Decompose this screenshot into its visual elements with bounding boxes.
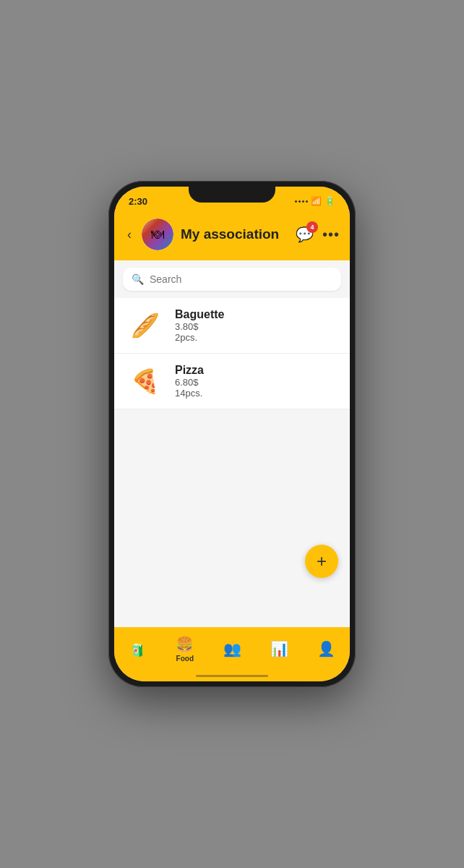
header: ‹ 🍽 My association 💬 4 ••• [114, 213, 350, 260]
home-indicator [114, 672, 350, 681]
wifi-icon: 📶 [311, 196, 322, 206]
members-icon: 👥 [223, 640, 241, 658]
item-qty: 2pcs. [175, 332, 224, 343]
notification-badge: 4 [306, 221, 318, 233]
item-qty: 14pcs. [175, 388, 204, 399]
nav-item-members[interactable]: 👥 [208, 640, 255, 658]
phone-shell: 2:30 📶 🔋 ‹ 🍽 My association � [108, 181, 356, 687]
home-bar [196, 675, 268, 677]
avatar: 🍽 [142, 218, 173, 250]
nav-item-stats[interactable]: 📊 [256, 640, 303, 658]
item-price: 6.80$ [175, 377, 204, 388]
item-image-baguette: 🥖 [126, 311, 165, 340]
nav-item-drinks[interactable]: 🧃 [114, 640, 161, 658]
drinks-icon: 🧃 [129, 640, 147, 658]
item-info-baguette: Baguette 3.80$ 2pcs. [175, 308, 224, 343]
nav-label-food: Food [176, 655, 194, 663]
more-options-button[interactable]: ••• [322, 226, 340, 243]
phone-screen: 2:30 📶 🔋 ‹ 🍽 My association � [114, 187, 350, 681]
notification-button[interactable]: 💬 4 [296, 226, 314, 243]
nav-item-food[interactable]: 🍔 Food [161, 636, 208, 663]
search-icon: 🔍 [132, 273, 144, 285]
battery-icon: 🔋 [325, 196, 335, 206]
item-name: Pizza [175, 364, 204, 377]
nav-item-account[interactable]: 👤 [303, 640, 350, 658]
signal-icon [295, 200, 308, 203]
search-bar[interactable]: 🔍 [123, 268, 341, 291]
notch [189, 187, 275, 203]
add-button[interactable]: + [305, 545, 338, 578]
item-image-pizza: 🍕 [126, 367, 165, 396]
search-input[interactable] [150, 273, 332, 285]
avatar-image: 🍽 [142, 218, 173, 250]
back-button[interactable]: ‹ [124, 226, 134, 244]
account-icon: 👤 [317, 640, 335, 658]
header-actions: 💬 4 ••• [296, 226, 340, 243]
item-info-pizza: Pizza 6.80$ 14pcs. [175, 364, 204, 399]
status-time: 2:30 [129, 196, 147, 207]
stats-icon: 📊 [270, 640, 288, 658]
content-area: 🔍 🥖 Baguette 3.80$ 2pcs. 🍕 Pizza [114, 260, 350, 627]
list-item[interactable]: 🥖 Baguette 3.80$ 2pcs. [114, 298, 350, 354]
food-icon: 🍔 [176, 636, 194, 653]
item-price: 3.80$ [175, 321, 224, 332]
status-icons: 📶 🔋 [295, 196, 335, 206]
items-list: 🥖 Baguette 3.80$ 2pcs. 🍕 Pizza 6.80$ 14p… [114, 298, 350, 409]
bottom-nav: 🧃 🍔 Food 👥 📊 👤 [114, 627, 350, 672]
empty-space [114, 409, 350, 627]
list-item[interactable]: 🍕 Pizza 6.80$ 14pcs. [114, 354, 350, 409]
item-name: Baguette [175, 308, 224, 321]
page-title: My association [181, 226, 288, 242]
